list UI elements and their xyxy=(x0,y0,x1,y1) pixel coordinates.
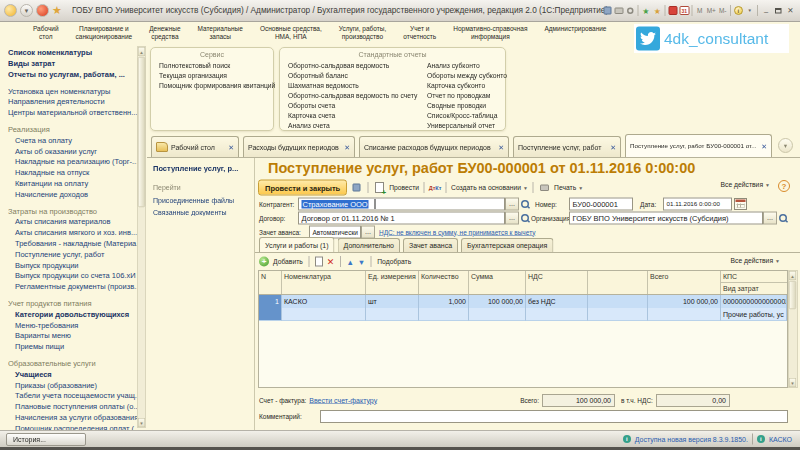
menu-section[interactable]: Материальные запасы xyxy=(198,24,243,41)
service-command[interactable]: Текущая организация xyxy=(159,71,273,81)
sidebar-item[interactable]: Требования - накладные (Материа... xyxy=(8,238,137,249)
post-icon[interactable]: + xyxy=(373,181,386,194)
close-tab-icon[interactable]: ✕ xyxy=(228,143,234,151)
menu-section[interactable]: Денежные средства xyxy=(149,24,180,41)
tab-deferred-expenses[interactable]: Расходы будущих периодов✕ xyxy=(243,136,355,157)
memory-m-button[interactable]: M xyxy=(694,3,706,18)
delete-row-icon[interactable]: ✕ xyxy=(327,256,335,267)
date-picker-icon[interactable] xyxy=(734,198,747,210)
menu-dropdown-button[interactable]: ▼ xyxy=(20,4,33,17)
counterparty-select-button[interactable]: ... xyxy=(505,198,519,211)
tab-additional[interactable]: Дополнительно xyxy=(338,238,400,252)
contract-select-button[interactable]: ... xyxy=(505,212,519,225)
menu-section[interactable]: Нормативно-справочная информация xyxy=(453,24,527,41)
sidebar-item[interactable]: Плановые поступления оплаты (о... xyxy=(8,401,137,412)
close-button[interactable]: ✕ xyxy=(784,3,797,18)
report-command[interactable]: Отчет по проводкам xyxy=(427,91,505,101)
table-row[interactable]: 1 КАСКО шт 1,000 100 000,00 без НДС 100 … xyxy=(259,295,787,321)
sidebar-item[interactable]: Приказы (образование) xyxy=(8,379,137,390)
sidebar-item[interactable]: Центры материальной ответственн... xyxy=(8,107,137,118)
app-button[interactable] xyxy=(36,4,49,17)
add-row-button[interactable]: Добавить xyxy=(273,258,303,266)
sidebar-item[interactable]: Учащиеся xyxy=(8,369,137,380)
sidebar-item[interactable]: Регламентные документы (произв... xyxy=(8,281,137,292)
menu-section[interactable]: Основные средства, НМА, НПА xyxy=(260,24,322,41)
close-tab-icon[interactable]: ✕ xyxy=(761,142,767,150)
tab-service-receipt-list[interactable]: Поступление услуг, работ✕ xyxy=(513,136,621,157)
sidebar-item[interactable]: Поступление услуг, работ xyxy=(8,249,137,260)
sidebar-item[interactable]: Отчеты по услугам, работам, ... xyxy=(8,69,137,80)
sidebar-item[interactable]: Акты списания мягкого и хоз. инв... xyxy=(8,227,137,238)
report-command[interactable]: Карточка счета xyxy=(288,111,426,121)
vat-settings-link[interactable]: НДС: не включен в сумму, не принимается … xyxy=(379,228,535,236)
table-all-actions-button[interactable]: Все действия▼ xyxy=(731,257,780,265)
minimize-button[interactable]: – xyxy=(760,3,773,18)
memory-mminus-button[interactable]: M- xyxy=(717,3,729,18)
sidebar-item[interactable]: Образовательные услуги xyxy=(8,358,137,369)
scroll-up-icon[interactable]: ▲ xyxy=(789,271,796,280)
menu-section[interactable]: Услуги, работы, производство xyxy=(339,24,386,41)
table-scrollbar[interactable]: ▲ ▼ xyxy=(788,270,798,388)
add-favorite-icon[interactable]: ★ xyxy=(640,3,652,18)
sidebar-item[interactable]: Начисление доходов xyxy=(8,189,137,200)
report-command[interactable]: Анализ счета xyxy=(288,121,426,131)
service-command[interactable]: Полнотекстовый поиск xyxy=(159,61,273,71)
sidebar-item[interactable]: Учет продуктов питания xyxy=(8,298,137,309)
sidebar-item[interactable]: Квитанции на оплату xyxy=(8,178,137,189)
sidebar-item[interactable]: Акты об оказании услуг xyxy=(8,145,137,156)
update-available-link[interactable]: Доступна новая версия 8.3.9.1850. xyxy=(635,435,748,443)
help-icon[interactable]: ? xyxy=(778,180,790,192)
tab-advance-offset[interactable]: Зачет аванса xyxy=(403,238,458,252)
sidebar-item[interactable]: Табели учета посещаемости учащ... xyxy=(8,390,137,401)
tab-desktop[interactable]: Рабочий стол✕ xyxy=(151,136,239,157)
save-icon[interactable] xyxy=(350,181,363,194)
enter-invoice-link[interactable]: Ввести счет-фактуру xyxy=(309,397,377,405)
menu-section[interactable]: Администрирование xyxy=(544,24,606,41)
print-icon[interactable] xyxy=(538,181,551,194)
main-menu-button[interactable] xyxy=(4,4,17,17)
sidebar-item[interactable]: Акты списания материалов xyxy=(8,216,137,227)
sidebar-item[interactable]: Накладные на отпуск xyxy=(8,167,137,178)
sidebar-item[interactable]: Начисления за услуги образования xyxy=(8,412,137,423)
create-based-on-button[interactable]: Создать на основании▼ xyxy=(451,184,528,192)
organization-field[interactable]: ГОБУ ВПО Университет искусств (Субсидия) xyxy=(569,212,763,225)
close-tab-icon[interactable]: ✕ xyxy=(610,143,616,151)
scroll-up-icon[interactable]: ▲ xyxy=(138,47,145,56)
report-command[interactable]: Обороты между субконто xyxy=(427,71,505,81)
scroll-down-icon[interactable]: ▼ xyxy=(789,378,796,387)
related-documents-link[interactable]: Связанные документы xyxy=(153,208,227,216)
window-menu-controls[interactable]: ▼ ★ xyxy=(4,4,62,17)
number-field[interactable]: БУ00-000001 xyxy=(569,198,633,211)
contract-field[interactable]: Договор от 01.11.2016 № 1 xyxy=(298,212,505,225)
post-button[interactable]: Провести xyxy=(389,184,419,192)
pick-button[interactable]: Подобрать xyxy=(377,258,411,266)
sidebar-item[interactable]: Меню-требования xyxy=(8,319,137,330)
sidebar-item[interactable]: Установка цен номенклатуры xyxy=(8,85,137,96)
attached-files-link[interactable]: Присоединенные файлы xyxy=(153,196,234,204)
calculator-icon[interactable] xyxy=(667,3,679,18)
close-tab-icon[interactable]: ✕ xyxy=(498,143,504,151)
report-command[interactable]: Список/Кросс-таблица xyxy=(427,111,505,121)
counterparty-search-icon[interactable] xyxy=(519,198,530,210)
tab-list-dropdown[interactable]: ▼ xyxy=(778,138,793,153)
report-command[interactable]: Оборотно-сальдовая ведомость по счету xyxy=(288,91,426,101)
all-actions-button[interactable]: Все действия▼ xyxy=(721,181,770,189)
close-tab-icon[interactable]: ✕ xyxy=(344,143,350,151)
menu-section[interactable]: Учет и отчетность xyxy=(403,24,436,41)
report-command[interactable]: Обороты счета xyxy=(288,101,426,111)
scroll-down-icon[interactable]: ▼ xyxy=(138,418,145,427)
info-icon[interactable]: i xyxy=(733,3,745,18)
date-field[interactable]: 01.11.2016 0:00:00 xyxy=(663,198,732,211)
sidebar-item[interactable]: Варианты меню xyxy=(8,330,137,341)
sidebar-item[interactable]: Список номенклатуры xyxy=(8,47,137,58)
sidebar-item[interactable]: Категории довольствующихся xyxy=(8,309,137,320)
favorites-star-icon[interactable]: ★ xyxy=(52,4,62,17)
info-dropdown-icon[interactable]: ▼ xyxy=(744,3,756,18)
sidebar-item[interactable]: Затраты на производство xyxy=(8,205,137,216)
menu-section[interactable]: Рабочий стол xyxy=(33,24,59,41)
memory-mplus-button[interactable]: M+ xyxy=(706,3,718,18)
report-command[interactable]: Шахматная ведомость xyxy=(288,81,426,91)
preview-icon[interactable] xyxy=(625,3,637,18)
tab-accounting-operation[interactable]: Бухгалтерская операция xyxy=(461,238,553,252)
print-button[interactable]: Печать▼ xyxy=(554,184,583,192)
